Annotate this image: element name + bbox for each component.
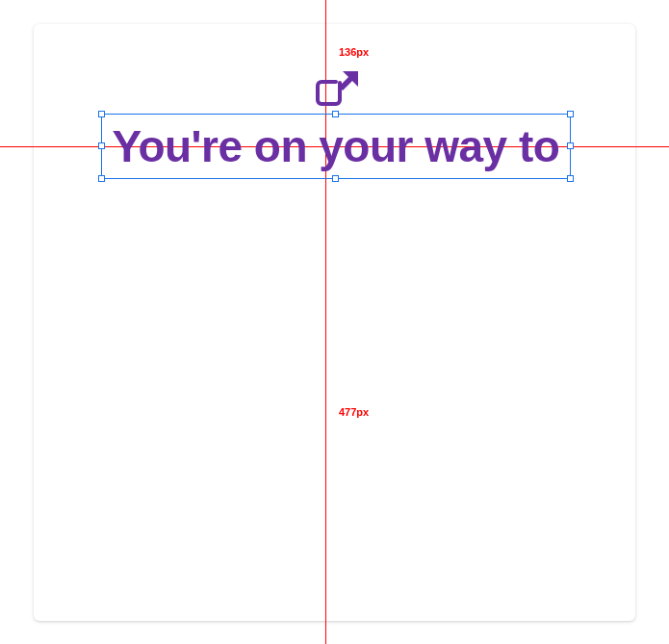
resize-handle-top-middle[interactable] — [332, 111, 339, 117]
heading-text-element[interactable]: You're on your way to — [101, 114, 571, 179]
heading-text: You're on your way to — [113, 120, 560, 172]
resize-handle-middle-right[interactable] — [567, 142, 574, 149]
dimension-label-top: 136px — [339, 46, 369, 58]
resize-handle-bottom-right[interactable] — [567, 175, 574, 182]
resize-handle-top-right[interactable] — [567, 111, 574, 117]
resize-handle-bottom-left[interactable] — [98, 175, 105, 182]
resize-handle-middle-left[interactable] — [98, 142, 105, 149]
external-link-icon — [308, 69, 361, 106]
resize-handle-bottom-middle[interactable] — [332, 175, 339, 182]
resize-handle-top-left[interactable] — [98, 111, 105, 117]
dimension-label-middle: 477px — [339, 406, 369, 418]
